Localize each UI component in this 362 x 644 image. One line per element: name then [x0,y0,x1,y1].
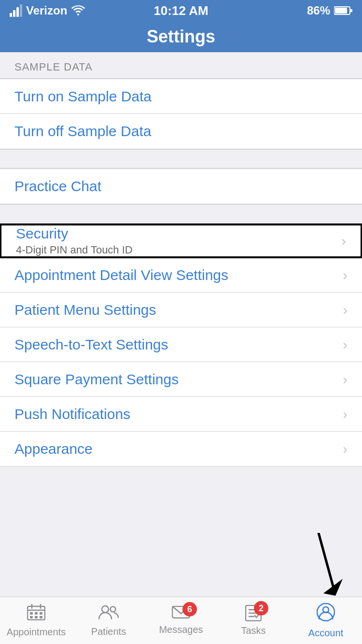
svg-rect-14 [40,616,42,618]
practice-chat-group: Practice Chat [0,168,362,204]
turn-on-label: Turn on Sample Data [14,88,152,105]
svg-point-16 [111,607,116,612]
tasks-badge: 2 [254,601,268,616]
status-bar-time: 10:12 AM [153,3,208,18]
svg-rect-13 [35,616,38,618]
messages-badge-container: 6 [172,606,190,622]
tab-tasks[interactable]: 2 Tasks [217,597,290,644]
svg-rect-10 [35,612,38,615]
square-payment-chevron: › [343,371,348,388]
tab-appointments[interactable]: Appointments [0,597,72,644]
appointment-detail-chevron: › [343,267,348,283]
security-label: Security [16,225,133,242]
push-notifications-item[interactable]: Push Notifications › [0,397,362,432]
patient-menu-label: Patient Menu Settings [14,302,156,318]
tab-bar: Appointments Patients 6 Messages [0,597,362,644]
appointments-icon [27,604,45,625]
tab-messages[interactable]: 6 Messages [145,597,217,644]
practice-chat-item[interactable]: Practice Chat [0,169,362,204]
tab-account[interactable]: Account [290,597,362,644]
sample-data-group: Turn on Sample Data Turn off Sample Data [0,79,362,149]
security-chevron: › [341,233,346,249]
status-bar: Verizon 10:12 AM 86% [0,0,362,21]
spacer-2 [0,204,362,224]
patients-tab-label: Patients [91,626,126,637]
arrow-annotation [290,533,348,601]
tab-patients[interactable]: Patients [72,597,145,644]
appointment-detail-label: Appointment Detail View Settings [14,267,228,283]
security-item[interactable]: Security 4-Digit PIN and Touch ID › [0,224,362,258]
patient-menu-chevron: › [343,302,348,318]
signal-icon [10,4,22,17]
svg-rect-9 [30,612,33,615]
page-title: Settings [147,27,215,47]
tasks-tab-label: Tasks [241,625,265,636]
practice-chat-label: Practice Chat [14,178,101,195]
turn-off-sample-data-item[interactable]: Turn off Sample Data [0,114,362,149]
security-subtitle: 4-Digit PIN and Touch ID [16,244,133,256]
account-icon [317,603,335,626]
carrier-label: Verizon [26,4,67,17]
nav-header: Settings [0,21,362,52]
appointments-tab-label: Appointments [7,627,66,638]
svg-marker-4 [323,579,343,596]
appearance-item[interactable]: Appearance › [0,432,362,466]
turn-off-label: Turn off Sample Data [14,123,151,140]
patients-icon [98,604,119,624]
svg-rect-2 [350,9,352,12]
svg-line-3 [319,533,333,586]
speech-to-text-chevron: › [343,336,348,353]
speech-to-text-settings-item[interactable]: Speech-to-Text Settings › [0,327,362,362]
battery-percentage: 86% [307,4,330,17]
push-notifications-chevron: › [343,406,348,422]
tasks-badge-container: 2 [245,605,262,623]
sample-data-section-header: SAMPLE DATA [0,52,362,79]
account-tab-label: Account [308,628,343,639]
appearance-chevron: › [343,441,348,457]
square-payment-settings-item[interactable]: Square Payment Settings › [0,362,362,397]
status-bar-left: Verizon [10,4,85,17]
speech-to-text-label: Speech-to-Text Settings [14,336,168,353]
settings-group: Security 4-Digit PIN and Touch ID › Appo… [0,224,362,467]
spacer-1 [0,149,362,168]
appearance-label: Appearance [14,441,93,457]
wifi-icon [71,5,85,16]
messages-tab-label: Messages [159,624,203,635]
svg-rect-1 [335,8,347,14]
push-notifications-label: Push Notifications [14,406,130,422]
svg-point-15 [102,606,109,613]
turn-on-sample-data-item[interactable]: Turn on Sample Data [0,79,362,114]
svg-rect-12 [30,616,33,618]
svg-rect-11 [40,612,42,615]
battery-icon [334,6,352,15]
messages-badge: 6 [182,602,197,616]
patient-menu-settings-item[interactable]: Patient Menu Settings › [0,293,362,327]
status-bar-right: 86% [307,4,352,17]
square-payment-label: Square Payment Settings [14,371,179,388]
appointment-detail-view-settings-item[interactable]: Appointment Detail View Settings › [0,258,362,293]
